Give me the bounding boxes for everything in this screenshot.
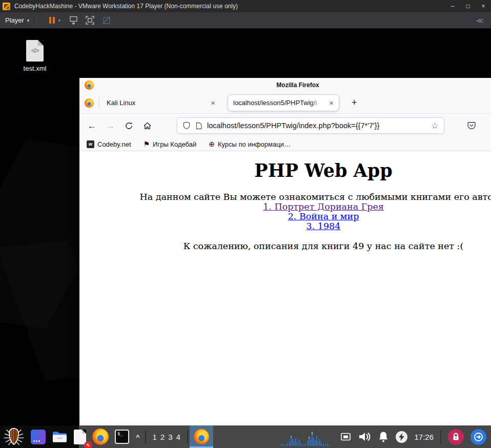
collapse-toolbar-icon[interactable]: ≪	[476, 16, 484, 25]
firefox-task-button-active[interactable]	[190, 425, 213, 448]
workspace-pager[interactable]: 1 2 3 4	[148, 433, 186, 441]
codeby-favicon: w	[87, 140, 94, 148]
xml-file-icon: </>	[26, 40, 44, 62]
page-info-icon[interactable]	[195, 122, 202, 130]
firefox-titlebar[interactable]: Mozilla Firefox	[79, 78, 491, 92]
workspace-2[interactable]: 2	[160, 433, 165, 441]
code-glyph: </>	[31, 47, 38, 54]
desktop-file-test-xml[interactable]: </> test.xml	[14, 40, 55, 72]
url-value[interactable]: localhost/lesson5/PHPTwig/index.php?book…	[207, 121, 426, 130]
vm-desktop: </> test.xml Mozilla Firefox Kali Linux …	[0, 29, 491, 425]
firefox-icon	[194, 429, 209, 444]
bookmark-star-icon[interactable]: ☆	[431, 120, 439, 131]
shield-icon[interactable]	[182, 121, 191, 130]
page-intro-text: На данном сайте Вы можете ознакомиться с…	[79, 192, 491, 202]
globe-icon: ⊕	[209, 140, 215, 148]
send-ctrl-alt-del-icon[interactable]	[67, 14, 80, 27]
tab-close-icon[interactable]: ×	[208, 97, 218, 108]
clock[interactable]: 17:26	[414, 433, 434, 441]
player-menu-label: Player	[5, 16, 24, 24]
firefox-window-title: Mozilla Firefox	[79, 82, 491, 89]
panel-expand-icon[interactable]: ^	[132, 433, 144, 441]
vmware-window-title: CodebyHackMashine - VMware Workstation 1…	[14, 3, 238, 10]
vmware-player-icon	[3, 3, 10, 10]
tray-separator	[440, 430, 441, 444]
flag-icon: ⚑	[144, 140, 150, 148]
fullscreen-icon[interactable]	[84, 14, 97, 27]
notification-bell-icon[interactable]	[378, 431, 389, 443]
book-link-2[interactable]: 2. Война и мир	[79, 212, 491, 221]
page-viewport: PHP Web App На данном сайте Вы можете оз…	[79, 152, 491, 425]
tab-localhost-active[interactable]: localhost/lesson5/PHPTwig/i ×	[228, 94, 339, 111]
bookmark-label: Codeby.net	[97, 140, 131, 148]
workspace-1[interactable]: 1	[153, 433, 157, 441]
taskbar-left: ✎ $_ ^ 1 2 3 4	[0, 425, 213, 448]
back-button[interactable]: ←	[85, 118, 99, 133]
logout-icon[interactable]	[470, 429, 486, 445]
network-monitor-graph[interactable]	[280, 430, 334, 448]
minimize-button[interactable]: –	[445, 0, 460, 12]
firefox-window: Mozilla Firefox Kali Linux × localhost/l…	[79, 78, 491, 425]
suspend-vm-button[interactable]	[47, 15, 57, 26]
workspace-4[interactable]: 4	[176, 433, 180, 441]
power-manager-icon[interactable]	[396, 431, 407, 443]
unity-mode-icon	[100, 14, 113, 27]
firefox-tabbar: Kali Linux × localhost/lesson5/PHPTwig/i…	[79, 92, 491, 114]
terminal-icon[interactable]: $_	[112, 425, 132, 448]
pencil-badge-icon: ✎	[84, 441, 92, 448]
tab-label: Kali Linux	[107, 99, 208, 107]
maximize-button[interactable]: □	[460, 0, 476, 12]
tab-separator	[99, 97, 99, 109]
desktop-file-label: test.xml	[14, 65, 55, 72]
bookmarks-toolbar: w Codeby.net ⚑ Игры Кодебай ⊕ Курсы по и…	[79, 137, 491, 151]
vmware-titlebar: CodebyHackMashine - VMware Workstation 1…	[0, 0, 491, 12]
home-icon[interactable]	[140, 118, 154, 133]
chevron-down-icon: ▾	[27, 18, 30, 23]
reload-icon[interactable]	[121, 118, 136, 133]
tab-close-icon[interactable]: ×	[326, 97, 337, 108]
text-editor-icon[interactable]: ✎	[71, 425, 89, 448]
firefox-launcher-icon[interactable]	[89, 425, 112, 448]
taskbar: ✎ $_ ^ 1 2 3 4	[0, 425, 491, 448]
firefox-navbar: ← →	[79, 114, 491, 137]
kali-menu-icon[interactable]	[0, 425, 28, 448]
player-menu[interactable]: Player ▾	[0, 12, 34, 28]
bookmark-label: Игры Кодебай	[153, 140, 196, 148]
panel-separator	[187, 430, 188, 443]
suspend-dropdown-caret[interactable]: ▾	[58, 18, 60, 23]
panel-separator	[145, 430, 146, 443]
window-controls: – □ ×	[445, 0, 491, 12]
workspace-3[interactable]: 3	[168, 433, 172, 441]
bookmark-kursy[interactable]: ⊕ Курсы по информаци…	[209, 140, 291, 148]
firefox-icon	[85, 98, 94, 108]
taskbar-tray: 17:26	[280, 425, 491, 448]
page-title: PHP Web App	[79, 160, 491, 181]
pocket-icon[interactable]	[467, 121, 476, 130]
forward-button: →	[103, 118, 117, 133]
bookmark-igry-codebay[interactable]: ⚑ Игры Кодебай	[144, 140, 197, 148]
file-manager-icon[interactable]	[49, 425, 71, 448]
tab-label: localhost/lesson5/PHPTwig/i	[233, 99, 326, 107]
bookmark-codeby[interactable]: w Codeby.net	[87, 140, 131, 148]
tab-kali-linux[interactable]: Kali Linux ×	[105, 97, 223, 108]
vmware-toolbar: Player ▾ ▾ ≪	[0, 12, 491, 29]
book-link-1[interactable]: 1. Портрет Дориана Грея	[79, 202, 491, 212]
display-tray-icon[interactable]	[340, 432, 351, 441]
lock-screen-icon[interactable]	[448, 429, 464, 445]
app-drawer-icon[interactable]	[28, 425, 49, 448]
volume-icon[interactable]	[358, 431, 371, 443]
book-link-3[interactable]: 3. 1984	[79, 221, 491, 231]
bookmark-label: Курсы по информаци…	[218, 140, 291, 148]
page-error-message: К сожалению, описания для книги 49 у нас…	[79, 241, 491, 251]
close-button[interactable]: ×	[476, 0, 491, 12]
url-bar[interactable]: localhost/lesson5/PHPTwig/index.php?book…	[177, 117, 444, 134]
new-tab-button[interactable]: +	[347, 96, 361, 109]
php-web-app-page: PHP Web App На данном сайте Вы можете оз…	[79, 152, 491, 251]
toolbar-separator	[36, 16, 37, 25]
